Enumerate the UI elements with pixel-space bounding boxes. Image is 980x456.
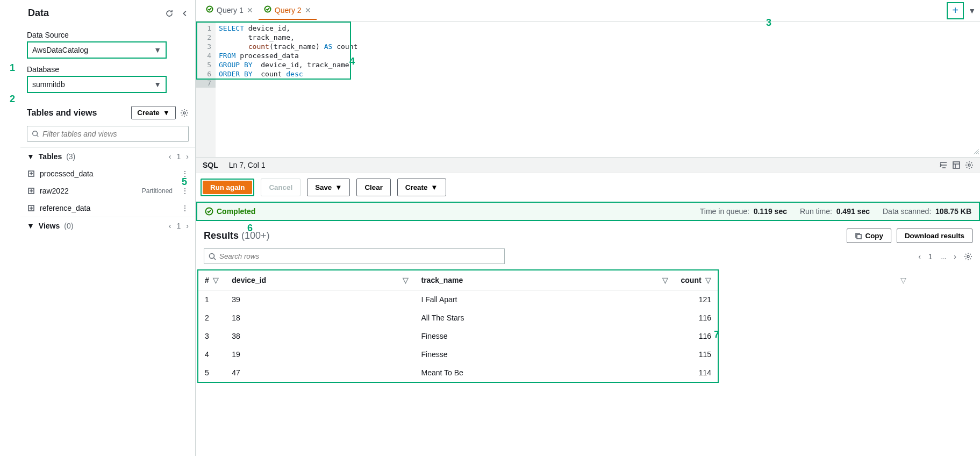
- table-item[interactable]: raw2022Partitioned⋮: [20, 182, 195, 200]
- svg-rect-7: [953, 162, 960, 168]
- callout-5: 5: [182, 176, 187, 188]
- page-number: 1: [928, 252, 933, 261]
- database-value: summitdb: [32, 80, 65, 89]
- caret-down-icon: ▼: [335, 183, 342, 191]
- table-row[interactable]: 218All The Stars116: [198, 309, 718, 327]
- callout-7: 7: [714, 329, 719, 340]
- table-row[interactable]: 139I Fall Apart121: [198, 290, 718, 309]
- kebab-icon[interactable]: ⋮: [181, 204, 189, 212]
- check-circle-icon: [206, 5, 213, 15]
- search-icon: [32, 130, 39, 138]
- editor-status-bar: SQL Ln 7, Col 1: [196, 157, 980, 173]
- sort-icon[interactable]: ▽: [403, 276, 409, 284]
- caret-down-icon: ▼: [154, 80, 161, 89]
- prev-page-icon[interactable]: ‹: [918, 252, 921, 261]
- tab-menu-icon[interactable]: ▼: [968, 6, 976, 15]
- cancel-button: Cancel: [261, 179, 301, 196]
- search-rows-input[interactable]: [204, 248, 505, 264]
- table-row[interactable]: 338Finesse116: [198, 327, 718, 345]
- refresh-icon[interactable]: [165, 9, 174, 18]
- results-table: #▽device_id▽track_name▽count▽ 139I Fall …: [197, 269, 719, 383]
- new-query-button[interactable]: +: [947, 2, 964, 19]
- tables-tree-header[interactable]: ▼ Tables (3) ‹ 1 ›: [20, 147, 195, 165]
- caret-down-icon: ▼: [431, 183, 438, 191]
- caret-down-icon: ▼: [27, 152, 34, 161]
- status-bar: Completed Time in queue: 0.119 sec Run t…: [196, 202, 980, 221]
- caret-down-icon: ▼: [27, 222, 34, 230]
- svg-rect-10: [857, 234, 861, 239]
- views-tree-header[interactable]: ▼ Views (0) ‹ 1 ›: [20, 217, 195, 234]
- action-button-row: Run again Cancel Save ▼ Clear Create ▼: [196, 173, 980, 202]
- svg-point-12: [967, 255, 969, 258]
- table-item[interactable]: reference_data⋮: [20, 200, 195, 217]
- kebab-icon[interactable]: ⋮: [181, 187, 189, 195]
- next-page-icon[interactable]: ›: [954, 252, 956, 261]
- data-sidebar: Data Data Source AwsDataCatalog ▼ Databa…: [20, 0, 196, 456]
- callout-6: 6: [247, 223, 253, 234]
- prev-page-icon[interactable]: ‹: [169, 222, 171, 230]
- database-label: Database: [27, 65, 189, 74]
- layout-icon[interactable]: [952, 161, 961, 169]
- clear-button[interactable]: Clear: [356, 179, 390, 196]
- page-number: 1: [177, 152, 181, 161]
- next-page-icon[interactable]: ›: [186, 222, 189, 230]
- search-icon: [209, 253, 216, 260]
- caret-down-icon: ▼: [154, 46, 161, 54]
- expand-icon[interactable]: [28, 188, 34, 194]
- copy-icon: [855, 232, 862, 240]
- cursor-position: Ln 7, Col 1: [229, 161, 266, 169]
- check-circle-icon: [205, 207, 213, 216]
- column-header[interactable]: track_name▽: [415, 270, 675, 290]
- sidebar-title: Data: [28, 8, 49, 19]
- callout-1: 1: [10, 62, 15, 74]
- gear-icon[interactable]: [965, 161, 974, 169]
- gear-icon[interactable]: [964, 252, 972, 261]
- database-select[interactable]: summitdb ▼: [27, 76, 167, 93]
- next-page-icon[interactable]: ›: [186, 152, 189, 161]
- extra-sort-icon[interactable]: ▽: [900, 276, 906, 284]
- svg-point-8: [968, 164, 970, 166]
- format-icon[interactable]: [939, 161, 948, 169]
- close-icon[interactable]: ✕: [305, 6, 311, 15]
- resize-handle-icon[interactable]: [972, 147, 979, 156]
- main-panel: Query 1✕Query 2✕ + ▼ 1234567 SELECT devi…: [196, 0, 980, 456]
- column-header[interactable]: #▽: [198, 270, 225, 290]
- column-header[interactable]: count▽: [675, 270, 718, 290]
- filter-tables-input[interactable]: [27, 126, 189, 142]
- svg-point-11: [210, 253, 214, 258]
- page-ellipsis: ...: [940, 252, 947, 261]
- results-title: Results (100+): [204, 230, 270, 241]
- copy-button[interactable]: Copy: [847, 229, 891, 243]
- table-row[interactable]: 547Meant To Be114: [198, 364, 718, 382]
- expand-icon[interactable]: [28, 170, 34, 177]
- table-row[interactable]: 419Finesse115: [198, 345, 718, 364]
- collapse-sidebar-icon[interactable]: [181, 10, 189, 17]
- gear-icon[interactable]: [180, 109, 189, 117]
- close-icon[interactable]: ✕: [247, 6, 253, 15]
- prev-page-icon[interactable]: ‹: [169, 152, 171, 161]
- page-number: 1: [177, 222, 181, 230]
- tables-views-title: Tables and views: [27, 108, 97, 118]
- sort-icon[interactable]: ▽: [705, 276, 711, 284]
- sort-icon[interactable]: ▽: [213, 276, 219, 284]
- query-tab[interactable]: Query 1✕: [201, 1, 259, 20]
- query-tabs: Query 1✕Query 2✕ + ▼: [196, 0, 980, 22]
- language-label: SQL: [203, 161, 218, 169]
- sql-editor[interactable]: 1234567 SELECT device_id, track_name, co…: [196, 22, 980, 157]
- svg-point-0: [183, 112, 185, 114]
- check-circle-icon: [264, 5, 271, 15]
- data-source-value: AwsDataCatalog: [32, 46, 88, 54]
- callout-2: 2: [10, 94, 15, 105]
- download-results-button[interactable]: Download results: [897, 229, 972, 243]
- create-button[interactable]: Create ▼: [397, 179, 446, 196]
- table-item[interactable]: processed_data⋮: [20, 165, 195, 182]
- query-tab[interactable]: Query 2✕: [259, 1, 317, 20]
- caret-down-icon: ▼: [163, 109, 170, 117]
- sort-icon[interactable]: ▽: [662, 276, 668, 284]
- data-source-select[interactable]: AwsDataCatalog ▼: [27, 41, 167, 59]
- create-button[interactable]: Create ▼: [131, 106, 176, 119]
- expand-icon[interactable]: [28, 205, 34, 211]
- column-header[interactable]: device_id▽: [225, 270, 414, 290]
- run-again-button[interactable]: Run again: [203, 181, 252, 194]
- save-button[interactable]: Save ▼: [307, 179, 350, 196]
